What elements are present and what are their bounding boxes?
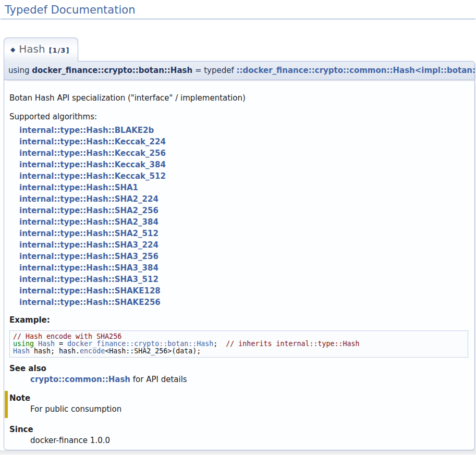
code-line: using Hash = docker_finance::crypto::bot…	[13, 340, 360, 348]
algorithm-list: internal::type::Hash::BLAKE2b internal::…	[9, 125, 469, 308]
algorithm-link[interactable]: internal::type::Hash::SHA3_256	[19, 251, 469, 262]
decl-prefix: using	[8, 66, 32, 75]
member-documentation: Botan Hash API specialization ("interfac…	[4, 80, 475, 450]
supported-algorithms-label: Supported algorithms:	[9, 112, 469, 122]
decl-name: docker_finance::crypto::botan::Hash	[32, 66, 192, 75]
see-also-label: See also	[9, 364, 469, 374]
algorithm-link[interactable]: internal::type::Hash::SHA3_384	[19, 262, 469, 274]
code-link-hash-alias[interactable]: Hash	[38, 340, 55, 348]
note-text: For public consumption	[30, 404, 469, 414]
description-text: Botan Hash API specialization ("interfac…	[9, 93, 469, 103]
see-also-section: See also crypto::common::Hash for API de…	[9, 364, 469, 385]
example-label: Example:	[9, 315, 469, 325]
code-plain: <Hash::SHA2_256>(data);	[105, 347, 201, 355]
member-item: ◆Hash[1/3] using docker_finance::crypto:…	[4, 38, 475, 450]
algorithm-link[interactable]: internal::type::Hash::Keccak_384	[19, 159, 469, 170]
algorithm-link[interactable]: internal::type::Hash::SHA2_224	[19, 193, 469, 205]
see-also-link[interactable]: crypto::common::Hash	[30, 375, 130, 384]
page-bottom-divider	[0, 450, 476, 455]
code-comment: // Hash encode with SHA256	[13, 333, 121, 340]
code-comment: // inherits internal::type::Hash	[226, 340, 359, 348]
note-label: Note	[9, 393, 469, 403]
algorithm-link[interactable]: internal::type::Hash::SHA2_512	[19, 228, 469, 239]
code-keyword: using	[13, 340, 38, 348]
algorithm-link[interactable]: internal::type::Hash::Keccak_224	[19, 136, 469, 147]
code-link-hash-type[interactable]: Hash	[13, 347, 30, 355]
decl-middle: = typedef	[192, 66, 236, 75]
code-link-encode[interactable]: encode	[80, 347, 105, 355]
since-section: Since docker-finance 1.0.0	[9, 425, 469, 446]
since-label: Since	[9, 425, 469, 435]
algorithm-link[interactable]: internal::type::Hash::SHAKE256	[19, 297, 469, 308]
algorithm-link[interactable]: internal::type::Hash::SHA2_256	[19, 205, 469, 216]
algorithm-link[interactable]: internal::type::Hash::SHA3_512	[19, 274, 469, 285]
algorithm-link[interactable]: internal::type::Hash::Keccak_256	[19, 147, 469, 159]
see-also-suffix: for API details	[130, 375, 187, 384]
algorithm-link[interactable]: internal::type::Hash::SHA2_384	[19, 216, 469, 228]
algorithm-link[interactable]: internal::type::Hash::Keccak_512	[19, 170, 469, 182]
decl-target-link[interactable]: ::docker_finance::crypto::common::Hash<i…	[237, 66, 476, 75]
see-also-content: crypto::common::Hash for API details	[30, 375, 469, 385]
since-text: docker-finance 1.0.0	[30, 436, 469, 446]
code-fragment: // Hash encode with SHA256using Hash = d…	[9, 330, 468, 358]
permalink-diamond-icon[interactable]: ◆	[10, 46, 15, 53]
overload-badge: [1/3]	[49, 46, 70, 54]
page-title: Typedef Documentation	[1, 0, 475, 19]
code-line: Hash hash; hash.encode<Hash::SHA2_256>(d…	[13, 347, 201, 355]
typedef-declaration: using docker_finance::crypto::botan::Has…	[4, 61, 475, 80]
member-name: Hash	[19, 43, 45, 55]
note-section: Note For public consumption	[5, 391, 469, 418]
code-plain: =	[55, 340, 67, 348]
algorithm-link[interactable]: internal::type::Hash::SHAKE128	[19, 285, 469, 297]
algorithm-link[interactable]: internal::type::Hash::SHA3_224	[19, 239, 469, 251]
code-plain: ;	[213, 340, 226, 348]
code-link-botan-hash[interactable]: docker_finance::crypto::botan::Hash	[67, 340, 213, 348]
algorithm-link[interactable]: internal::type::Hash::BLAKE2b	[19, 125, 469, 136]
code-line: // Hash encode with SHA256	[13, 333, 121, 340]
code-plain: hash; hash.	[30, 347, 80, 355]
tab-hash: ◆Hash[1/3]	[4, 38, 78, 62]
algorithm-link[interactable]: internal::type::Hash::SHA1	[19, 182, 469, 193]
